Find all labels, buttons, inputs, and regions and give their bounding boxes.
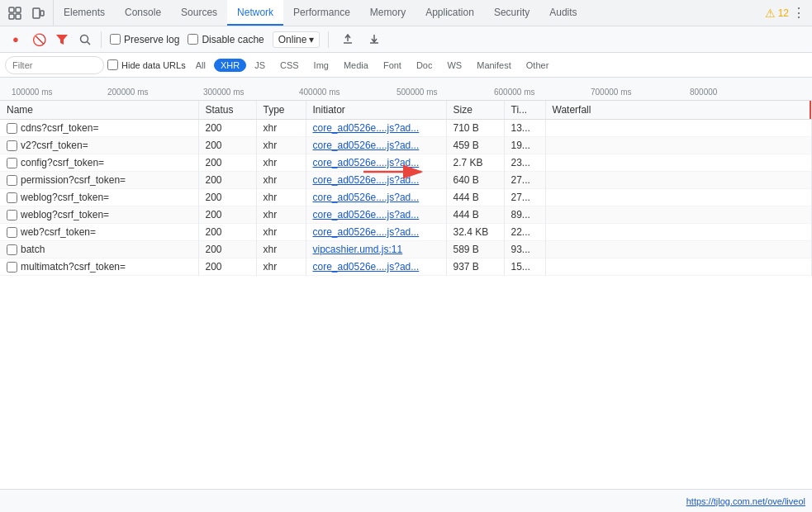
inspect-icon[interactable] <box>3 2 26 25</box>
waterfall-redline <box>810 101 811 119</box>
filter-icon[interactable] <box>51 29 73 50</box>
row-checkbox[interactable] <box>7 175 17 186</box>
tab-security[interactable]: Security <box>484 0 539 26</box>
filter-bar: Hide data URLs All XHR JS CSS Img Media … <box>0 53 812 78</box>
cell-status: 200 <box>198 154 256 172</box>
row-checkbox[interactable] <box>7 262 17 273</box>
table-row[interactable]: multimatch?csrf_token= 200xhr core_ad052… <box>0 258 812 276</box>
col-header-type[interactable]: Type <box>256 101 306 120</box>
filter-type-all[interactable]: All <box>189 59 212 72</box>
cell-name: weblog?csrf_token= <box>0 206 198 224</box>
col-header-time[interactable]: Ti... <box>504 101 545 120</box>
filter-type-ws[interactable]: WS <box>440 59 468 72</box>
col-header-waterfall[interactable]: Waterfall <box>545 101 812 120</box>
filter-type-font[interactable]: Font <box>377 59 408 72</box>
cell-time: 27... <box>504 172 545 189</box>
initiator-link[interactable]: core_ad0526e....js?ad... <box>313 122 420 134</box>
record-button[interactable]: ● <box>5 29 26 50</box>
initiator-link[interactable]: core_ad0526e....js?ad... <box>313 261 420 273</box>
filter-type-doc[interactable]: Doc <box>410 59 439 72</box>
preserve-log-checkbox[interactable]: Preserve log <box>107 34 183 45</box>
download-icon[interactable] <box>363 29 385 50</box>
row-checkbox[interactable] <box>7 227 17 238</box>
cell-time: 93... <box>504 241 545 258</box>
table-row[interactable]: v2?csrf_token= 200xhr core_ad0526e....js… <box>0 137 812 154</box>
filter-type-media[interactable]: Media <box>337 59 375 72</box>
table-row[interactable]: weblog?csrf_token= 200xhr core_ad0526e..… <box>0 206 812 224</box>
filter-type-css[interactable]: CSS <box>273 59 306 72</box>
initiator-link[interactable]: core_ad0526e....js?ad... <box>313 157 420 168</box>
cell-time: 15... <box>504 258 545 276</box>
filter-type-xhr[interactable]: XHR <box>214 59 246 72</box>
cell-status: 200 <box>198 258 256 276</box>
row-checkbox[interactable] <box>7 123 17 134</box>
separator-1 <box>101 31 102 48</box>
row-checkbox[interactable] <box>7 140 17 151</box>
request-name: config?csrf_token= <box>21 157 104 168</box>
cell-waterfall <box>545 258 812 276</box>
more-options-icon[interactable]: ⋮ <box>792 5 805 21</box>
table-row[interactable]: web?csrf_token= 200xhr core_ad0526e....j… <box>0 224 812 241</box>
cell-size: 444 B <box>446 206 504 224</box>
network-throttle-select[interactable]: Online ▾ <box>273 31 321 48</box>
initiator-link[interactable]: core_ad0526e....js?ad... <box>313 209 420 220</box>
tab-audits[interactable]: Audits <box>539 0 586 26</box>
row-checkbox[interactable] <box>7 158 17 168</box>
cell-size: 937 B <box>446 258 504 276</box>
tab-elements[interactable]: Elements <box>54 0 115 26</box>
filter-type-other[interactable]: Other <box>520 59 556 72</box>
hide-data-urls-checkbox[interactable]: Hide data URLs <box>107 59 186 70</box>
tab-bar: Elements Console Sources Network Perform… <box>0 0 812 26</box>
filter-type-manifest[interactable]: Manifest <box>470 59 518 72</box>
table-row[interactable]: weblog?csrf_token= 200xhr core_ad0526e..… <box>0 189 812 206</box>
initiator-link[interactable]: core_ad0526e....js?ad... <box>313 174 420 186</box>
tab-application[interactable]: Application <box>415 0 484 26</box>
cell-type: xhr <box>256 189 306 206</box>
table-row[interactable]: config?csrf_token= 200xhr core_ad0526e..… <box>0 154 812 172</box>
col-header-status[interactable]: Status <box>198 101 256 120</box>
upload-icon[interactable] <box>337 29 359 50</box>
disable-cache-checkbox[interactable]: Disable cache <box>184 34 267 45</box>
tab-console[interactable]: Console <box>115 0 171 26</box>
col-header-initiator[interactable]: Initiator <box>306 101 446 120</box>
request-name: batch <box>21 244 45 255</box>
initiator-link[interactable]: core_ad0526e....js?ad... <box>313 140 420 151</box>
cell-waterfall <box>545 137 812 154</box>
table-row[interactable]: permission?csrf_token= 200xhr core_ad052… <box>0 172 812 189</box>
col-header-size[interactable]: Size <box>446 101 504 120</box>
row-checkbox[interactable] <box>7 244 17 255</box>
tab-memory[interactable]: Memory <box>360 0 415 26</box>
tab-network[interactable]: Network <box>227 0 283 26</box>
filter-type-img[interactable]: Img <box>307 59 335 72</box>
cell-type: xhr <box>256 154 306 172</box>
svg-rect-1 <box>16 7 21 12</box>
tab-performance[interactable]: Performance <box>283 0 360 26</box>
table-row[interactable]: batch 200xhr vipcashier.umd.js:11 589 B9… <box>0 241 812 258</box>
filter-input[interactable] <box>12 60 87 70</box>
tab-bar-right: ⚠ 12 ⋮ <box>758 5 812 21</box>
cell-size: 459 B <box>446 137 504 154</box>
device-icon[interactable] <box>26 2 50 25</box>
cell-name: v2?csrf_token= <box>0 137 198 154</box>
ruler-label-1: 200000 ms <box>107 88 148 97</box>
row-checkbox[interactable] <box>7 210 17 220</box>
ruler-label-5: 600000 ms <box>494 88 534 97</box>
initiator-link[interactable]: core_ad0526e....js?ad... <box>313 192 420 203</box>
search-icon[interactable] <box>74 29 96 50</box>
cell-size: 444 B <box>446 189 504 206</box>
clear-button[interactable]: 🚫 <box>28 29 50 50</box>
tab-sources[interactable]: Sources <box>171 0 227 26</box>
table-row[interactable]: cdns?csrf_token= 200xhr core_ad0526e....… <box>0 120 812 137</box>
cell-status: 200 <box>198 172 256 189</box>
cell-status: 200 <box>198 189 256 206</box>
initiator-link[interactable]: vipcashier.umd.js:11 <box>313 244 403 255</box>
filter-type-js[interactable]: JS <box>248 59 272 72</box>
toolbar: ● 🚫 Preserve log Disable cache Online ▾ <box>0 26 812 53</box>
warning-badge[interactable]: ⚠ 12 <box>765 7 789 20</box>
cell-status: 200 <box>198 206 256 224</box>
initiator-link[interactable]: core_ad0526e....js?ad... <box>313 226 420 238</box>
col-header-name[interactable]: Name <box>0 101 198 120</box>
ruler-label-7: 800000 <box>690 88 717 97</box>
row-checkbox[interactable] <box>7 192 17 203</box>
svg-rect-5 <box>40 11 44 16</box>
